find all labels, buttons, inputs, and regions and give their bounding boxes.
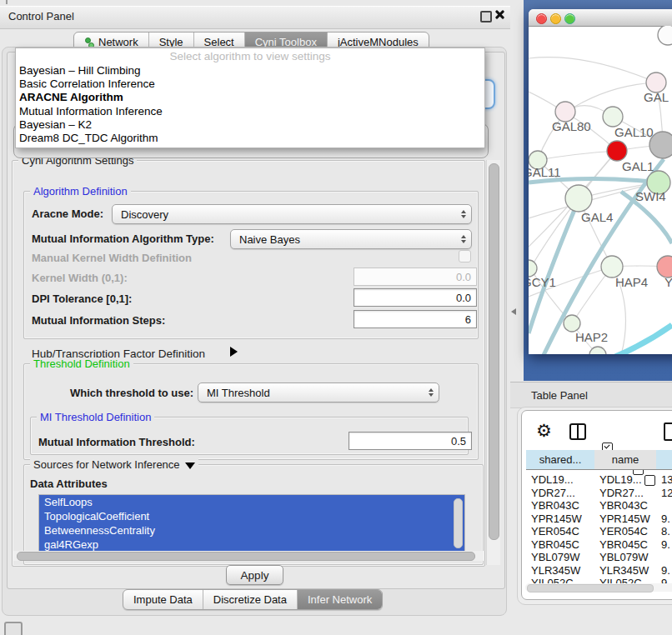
table-cell[interactable]: YER054C	[599, 525, 648, 538]
algorithm-menu-item[interactable]: Bayesian – Hill Climbing	[16, 64, 484, 78]
network-edge	[529, 179, 659, 183]
table-cell[interactable]: YBR045C	[599, 538, 648, 551]
control-panel-title: Control Panel	[8, 10, 74, 22]
network-edge	[529, 58, 656, 82]
mi-threshold-input[interactable]: 0.5	[349, 432, 472, 450]
which-threshold-select[interactable]: MI Threshold	[198, 382, 439, 402]
table-horizontal-scrollbar[interactable]	[525, 583, 672, 592]
network-edge	[538, 151, 617, 160]
network-node-label: SWI4	[635, 189, 666, 203]
mi-steps-input[interactable]: 6	[354, 310, 477, 328]
algorithm-menu-item[interactable]: Dream8 DC_TDC Algorithm	[16, 132, 484, 145]
attribute-list-item[interactable]: SelfLoops	[39, 495, 464, 509]
close-traffic-light-icon[interactable]	[536, 13, 547, 24]
minimize-traffic-light-icon[interactable]	[550, 13, 561, 24]
table-cell[interactable]: YPR145W	[531, 512, 582, 525]
mi-threshold-definition-title: MI Threshold Definition	[37, 411, 154, 423]
attribute-list-item[interactable]: BetweennessCentrality	[39, 523, 464, 538]
algorithm-menu-item[interactable]: Mutual Information Inference	[16, 105, 484, 118]
settings-horizontal-scrollbar-thumb[interactable]	[17, 552, 475, 561]
dpi-tolerance-input[interactable]: 0.0	[354, 288, 477, 307]
bottom-tabs: Impute DataDiscretize DataInfer Network	[123, 589, 383, 610]
table-cell[interactable]: YBL079W	[599, 551, 649, 563]
network-node-hap2[interactable]	[564, 315, 580, 332]
table-cell[interactable]: YDR27...	[599, 487, 644, 499]
panel-splitter-handle-icon[interactable]	[511, 308, 516, 315]
mi-algorithm-type-value: Naive Bayes	[231, 233, 456, 246]
table-cell[interactable]: YDL19...	[531, 473, 574, 486]
table-cell[interactable]: 9.	[661, 564, 670, 577]
kernel-width-input[interactable]: 0.0	[354, 268, 477, 286]
aracne-mode-select[interactable]: Discovery	[112, 204, 472, 224]
mi-algorithm-type-select[interactable]: Naive Bayes	[230, 229, 472, 249]
mi-threshold-value: 0.5	[451, 435, 466, 448]
aracne-mode-label: Aracne Mode:	[32, 208, 103, 220]
network-node-label: Y	[664, 275, 672, 289]
manual-kernel-width-label: Manual Kernel Width Definition	[32, 252, 192, 264]
table-column-header[interactable]: A	[656, 450, 672, 470]
table-cell[interactable]: 9.	[661, 538, 670, 551]
table-cell[interactable]: YLR345W	[599, 564, 649, 577]
network-node-gal1[interactable]	[607, 141, 627, 161]
network-node[interactable]	[589, 347, 606, 354]
bottom-tab-infer-network[interactable]: Infer Network	[298, 590, 382, 609]
table-column-header[interactable]: shared...	[526, 450, 595, 470]
network-node-label: HAP2	[575, 330, 608, 344]
table-cell[interactable]: YDL19...	[599, 473, 642, 486]
table-cell[interactable]: YBR043C	[599, 499, 648, 512]
table-cell[interactable]: 9.	[661, 512, 670, 525]
new-table-icon[interactable]	[664, 422, 672, 441]
network-window-titlebar[interactable]	[529, 9, 672, 27]
network-node-gal4[interactable]	[565, 185, 592, 212]
spinner-arrows-icon	[456, 235, 471, 243]
table-panel-body: ⚙ shared...nameAYDL19...YDL19...13YDR27.…	[521, 410, 672, 600]
attribute-list-scrollbar[interactable]	[454, 498, 463, 548]
spinner-arrows-icon	[456, 210, 471, 218]
data-attributes-list[interactable]: SelfLoopsTopologicalCoefficientBetweenne…	[38, 494, 465, 552]
network-canvas[interactable]: GALGAL80GAL10GAL1GAL11SWI4GAL4GCY1HAP4YH…	[529, 26, 672, 354]
table-cell[interactable]: YBR043C	[531, 499, 579, 512]
threshold-definition-title: Threshold Definition	[30, 358, 133, 370]
bottom-left-partial-icon[interactable]	[4, 622, 23, 635]
zoom-traffic-light-icon[interactable]	[564, 13, 575, 24]
kernel-width-label: Kernel Width (0,1):	[32, 272, 128, 284]
table-cell[interactable]: 13	[661, 473, 672, 486]
close-icon[interactable]	[494, 9, 505, 20]
attribute-list-item[interactable]: gal4RGexp	[39, 538, 464, 552]
bottom-tab-impute-data[interactable]: Impute Data	[123, 590, 203, 609]
kernel-width-value: 0.0	[456, 271, 471, 283]
bottom-tab-discretize-data[interactable]: Discretize Data	[203, 590, 298, 609]
table-column-header[interactable]: name	[594, 450, 657, 470]
table-cell[interactable]: YDR27...	[531, 487, 575, 499]
attribute-list-item[interactable]: TopologicalCoefficient	[39, 509, 464, 523]
network-node-label: GAL4	[581, 210, 613, 224]
algorithm-menu-item[interactable]: ARACNE Algorithm	[16, 91, 484, 104]
table-cell[interactable]: YBR045C	[531, 538, 579, 551]
gear-icon[interactable]: ⚙	[536, 422, 552, 439]
table-cell[interactable]: YPR145W	[599, 512, 650, 525]
settings-vertical-scrollbar-thumb[interactable]	[489, 163, 499, 540]
network-node[interactable]	[658, 26, 672, 45]
algorithm-definition-title: Algorithm Definition	[30, 185, 131, 198]
table-cell[interactable]: YBL079W	[531, 551, 580, 563]
network-node-label: GAL	[644, 90, 669, 104]
manual-kernel-width-checkbox[interactable]	[459, 250, 471, 262]
network-node-label: GCY1	[529, 275, 556, 289]
float-icon[interactable]	[480, 11, 492, 22]
table-cell[interactable]: YLR345W	[531, 564, 580, 577]
network-node-label: GAL80	[552, 119, 591, 133]
table-cell[interactable]: 8.	[661, 525, 670, 538]
table-cell[interactable]: YER054C	[531, 525, 579, 538]
table-cell[interactable]: 12	[661, 487, 672, 499]
mi-algorithm-type-label: Mutual Information Algorithm Type:	[32, 232, 214, 245]
algorithm-menu-item[interactable]: Bayesian – K2	[16, 118, 484, 132]
mi-steps-label: Mutual Information Steps:	[32, 314, 165, 327]
apply-button[interactable]: Apply	[226, 565, 283, 585]
network-node-gcy1[interactable]	[529, 260, 537, 277]
algorithm-menu-item[interactable]: Basic Correlation Inference	[16, 78, 484, 91]
table-horizontal-scrollbar-thumb[interactable]	[527, 584, 654, 592]
expand-arrow-icon[interactable]	[230, 347, 238, 357]
network-node-gal10[interactable]	[603, 107, 623, 127]
network-node-label: HAP4	[615, 275, 648, 289]
split-columns-icon[interactable]	[569, 423, 586, 440]
